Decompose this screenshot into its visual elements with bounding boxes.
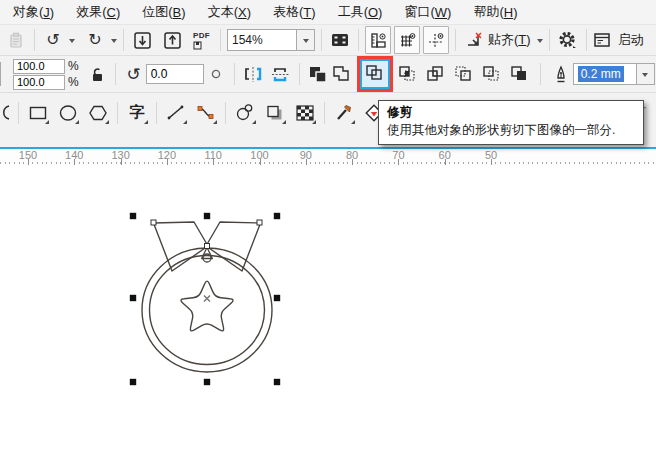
weld-icon [332,65,351,83]
eyedropper-icon [334,103,354,122]
selection-handle[interactable] [130,295,136,301]
mirror-vertical-button[interactable] [269,61,293,87]
curve-node[interactable] [257,220,262,225]
curve-tool-partial[interactable] [0,99,12,127]
transparency-tool[interactable] [292,99,318,127]
front-minus-back-icon [454,65,473,83]
menu-item-j[interactable]: 对象(J) [2,0,65,24]
ellipse-tool[interactable] [55,99,81,127]
options-button[interactable] [556,27,580,53]
selection-handle[interactable] [274,379,280,385]
gear-icon [557,30,579,50]
connector-tool[interactable] [193,99,219,127]
fullscreen-preview-button[interactable] [328,27,352,53]
ruler-tick [28,159,29,165]
ruler[interactable]: 1501401301201101009080706050 [0,149,656,167]
transparency-icon [296,105,314,121]
guidelines-icon [427,31,446,50]
line-tool[interactable] [163,99,189,127]
menu-item-c[interactable]: 效果(C) [65,0,131,24]
selection-handle[interactable] [274,295,280,301]
ribbon-right[interactable] [206,222,261,271]
snap-off-icon [464,31,484,50]
export-button[interactable] [160,27,184,53]
outline-width-combo[interactable]: 0.2 mm [573,63,655,85]
separator [586,29,587,51]
menu-item-w[interactable]: 窗口(W) [393,0,462,24]
show-grid-toggle[interactable] [394,26,420,54]
launch-button[interactable]: 启动 [593,27,644,53]
outline-pen-icon [549,61,573,87]
lock-ratio-button[interactable] [85,61,109,87]
ruler-tick [167,159,168,165]
snap-off-button[interactable] [462,27,486,53]
grid-icon [398,31,417,50]
separator [358,29,359,51]
scale-y-field[interactable] [13,75,65,90]
selection-handle[interactable] [204,379,210,385]
rotate-icon: ↺ [122,61,146,87]
redo-dropdown-caret[interactable] [111,39,117,46]
zoom-level-field[interactable]: 154% [227,29,297,51]
curve-node[interactable] [205,244,210,249]
selection-handle[interactable] [130,379,136,385]
mirror-vertical-icon [271,65,291,84]
simplify-button[interactable] [424,61,448,87]
menu-item-h[interactable]: 帮助(H) [462,0,528,24]
back-minus-front-button[interactable] [480,61,504,87]
trim-button[interactable] [360,59,390,89]
rotation-angle-field[interactable] [146,64,204,84]
medal-drawing[interactable] [115,205,295,397]
star-shape[interactable] [181,281,233,331]
snap-to-menu[interactable]: 贴齐(T) [486,27,533,53]
contour-tool[interactable] [232,99,258,127]
undo-dropdown-caret[interactable] [69,39,75,46]
zoom-dropdown-button[interactable] [297,29,315,51]
shadow-tool[interactable] [262,99,288,127]
menu-item-o[interactable]: 工具(O) [327,0,394,24]
menu-item-b[interactable]: 位图(B) [131,0,196,24]
front-minus-back-button[interactable] [452,61,476,87]
text-tool[interactable]: 字 [124,99,150,127]
ribbon-left[interactable] [154,222,209,271]
launch-icon [593,31,613,49]
medal-inner-circle[interactable] [150,256,265,365]
outline-width-dropdown[interactable] [637,63,655,85]
weld-button[interactable] [330,61,354,87]
selection-handle[interactable] [130,213,136,219]
outline-width-value: 0.2 mm [578,66,624,82]
zoom-level-combo[interactable]: 154% [227,29,315,51]
combine-button[interactable] [306,61,330,87]
menu-item-x[interactable]: 文本(X) [197,0,262,24]
line-icon [166,104,186,122]
scale-x-field[interactable] [13,59,65,74]
undo-button[interactable]: ↺ [41,27,65,53]
snap-to-caret[interactable] [537,39,543,46]
intersect-button[interactable] [396,61,420,87]
mirror-horizontal-button[interactable] [241,61,265,87]
separator [321,29,322,51]
rectangle-icon [28,104,48,122]
eyedropper-tool[interactable] [331,99,357,127]
selection-handle[interactable] [274,213,280,219]
menu-item-t[interactable]: 表格(T) [262,0,327,24]
contour-icon [235,103,255,122]
redo-button[interactable]: ↻ [83,27,107,53]
canvas[interactable] [0,166,656,461]
outline-width-field[interactable]: 0.2 mm [573,63,637,85]
curve-node[interactable] [151,220,156,225]
show-guidelines-toggle[interactable] [423,26,449,54]
selection-handle[interactable] [204,213,210,219]
tooltip-title: 修剪 [387,104,635,122]
ruler-tick [491,159,492,165]
create-boundary-button[interactable] [508,61,532,87]
rectangle-tool[interactable] [25,99,51,127]
publish-to-pdf-button[interactable]: PDF [190,27,214,53]
polygon-tool[interactable] [85,99,111,127]
ruler-tick [445,159,446,165]
show-rulers-toggle[interactable] [365,26,391,54]
property-bar: % % ↺ [0,56,656,93]
paste-button[interactable] [4,27,28,53]
import-button[interactable] [130,27,154,53]
medal-outer-circle[interactable] [142,248,272,372]
